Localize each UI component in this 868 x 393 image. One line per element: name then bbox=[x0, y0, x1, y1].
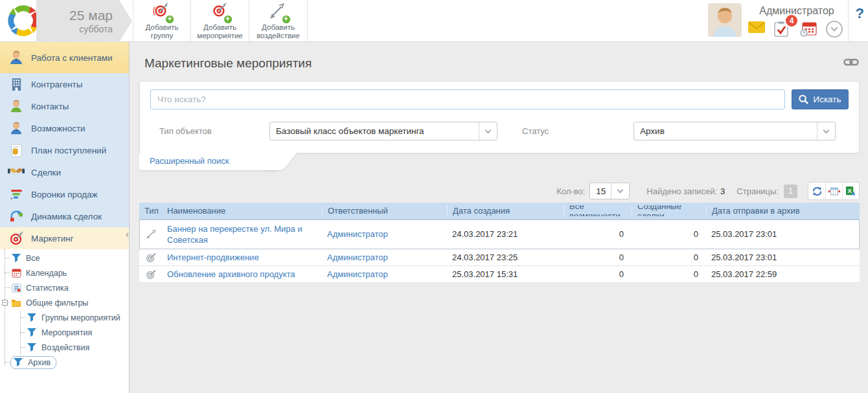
search-button-label: Искать bbox=[813, 95, 841, 104]
filter-funnel-icon bbox=[12, 357, 24, 368]
link-chain-icon[interactable] bbox=[843, 58, 859, 69]
tree-item-calendar[interactable]: Календарь bbox=[0, 265, 129, 280]
status-select[interactable]: Архив bbox=[634, 122, 836, 140]
tree-item-event-groups[interactable]: Группы мероприятий bbox=[0, 310, 129, 325]
column-header-created[interactable]: Дата создания bbox=[447, 205, 564, 216]
list-controls: Кол-во: 15 Найдено записей: 3 Страницы: … bbox=[556, 182, 860, 200]
tree-item-statistics[interactable]: Статистика bbox=[0, 280, 129, 295]
row-created-date: 24.03.2017 23:25 bbox=[447, 253, 564, 262]
row-opportunities-count: 0 bbox=[564, 229, 632, 239]
row-owner-link[interactable]: Администратор bbox=[327, 269, 388, 279]
tree-item-impacts[interactable]: Воздействия bbox=[0, 340, 129, 355]
sidebar-item-deal-dynamics[interactable]: Динамика сделок bbox=[0, 205, 129, 227]
advanced-search-tab[interactable]: Расширенный поиск bbox=[139, 153, 279, 170]
tasks-icon[interactable]: 4 bbox=[774, 21, 792, 37]
target-plus-icon: + bbox=[152, 3, 172, 22]
row-name-link[interactable]: Баннер на перекрестке ул. Мира и Советск… bbox=[167, 224, 303, 245]
sidebar-item-label: Контакты bbox=[31, 102, 69, 111]
tree-item-label: Все bbox=[26, 254, 40, 263]
app-logo-icon[interactable] bbox=[6, 4, 40, 38]
sidebar-item-payment-plan[interactable]: План поступлений bbox=[0, 139, 129, 161]
column-header-owner[interactable]: Ответственный bbox=[322, 205, 447, 216]
tree-item-label: Группы мероприятий bbox=[41, 313, 120, 322]
search-button[interactable]: Искать bbox=[792, 89, 849, 109]
user-menu-chevron-icon[interactable] bbox=[826, 21, 843, 38]
sidebar-collapse-icon[interactable]: ‹ bbox=[126, 229, 129, 240]
advanced-search-link[interactable]: Расширенный поиск bbox=[150, 156, 229, 166]
sidebar-item-label: Сделки bbox=[31, 168, 61, 177]
add-impact-button[interactable]: + Добавить воздействие bbox=[249, 0, 308, 41]
sidebar-item-marketing[interactable]: Маркетинг bbox=[0, 227, 129, 249]
tree-item-archive[interactable]: Архив bbox=[0, 355, 129, 370]
column-header-archived[interactable]: Дата отправки в архив bbox=[706, 205, 860, 216]
column-settings-icon[interactable] bbox=[825, 183, 842, 199]
table-row[interactable]: Баннер на перекрестке ул. Мира и Советск… bbox=[139, 219, 860, 249]
funnel-bars-icon bbox=[8, 186, 25, 202]
row-name-link[interactable]: Обновление архивного продукта bbox=[167, 269, 295, 279]
search-input[interactable] bbox=[150, 89, 785, 109]
user-area: Администратор 4 bbox=[708, 0, 845, 42]
tree-collapse-toggle[interactable]: − bbox=[2, 300, 8, 306]
document-coins-icon bbox=[8, 142, 25, 158]
filter-funnel-icon bbox=[26, 313, 38, 323]
plus-badge-icon: + bbox=[282, 15, 291, 24]
column-header-opportunities[interactable]: Все возможности bbox=[564, 205, 632, 216]
tree-item-all[interactable]: Все bbox=[0, 251, 129, 265]
page-size-select[interactable]: 15 bbox=[589, 183, 630, 199]
object-type-value: Базовый класс объектов маркетинга bbox=[270, 126, 479, 136]
tree-item-common-filters[interactable]: − Общие фильтры bbox=[0, 295, 129, 310]
tree-item-label: Календарь bbox=[26, 269, 67, 278]
sidebar-item-sales-funnels[interactable]: Воронки продаж bbox=[0, 183, 129, 205]
statistics-icon bbox=[10, 283, 22, 293]
user-name[interactable]: Администратор bbox=[748, 5, 845, 17]
date-day: 25 мар bbox=[69, 8, 113, 23]
column-header-name[interactable]: Наименование bbox=[162, 205, 322, 216]
quick-add-toolbar: + Добавить группу + Добавить мероприятие bbox=[133, 0, 308, 41]
results-table: Тип Наименование Ответственный Дата созд… bbox=[139, 203, 860, 283]
sidebar-item-label: Динамика сделок bbox=[31, 212, 102, 221]
archive-selected-node[interactable]: Архив bbox=[10, 356, 56, 369]
sidebar-item-contacts[interactable]: Контакты bbox=[0, 95, 129, 117]
search-icon bbox=[799, 95, 808, 104]
sidebar-item-label: Работа с клиентами bbox=[31, 53, 113, 63]
table-row[interactable]: Обновление архивного продукта Администра… bbox=[139, 266, 860, 283]
task-count-badge: 4 bbox=[784, 14, 799, 28]
row-owner-link[interactable]: Администратор bbox=[327, 253, 388, 262]
excel-export-icon[interactable]: X bbox=[842, 183, 859, 199]
calendar-clock-icon[interactable] bbox=[800, 21, 818, 37]
mail-icon[interactable] bbox=[748, 21, 766, 37]
add-event-button[interactable]: + Добавить мероприятие bbox=[191, 0, 249, 41]
table-row[interactable]: Интернет-продвижение Администратор 24.03… bbox=[139, 249, 860, 266]
found-label: Найдено записей: bbox=[646, 186, 717, 196]
row-name-link[interactable]: Интернет-продвижение bbox=[167, 253, 259, 262]
row-owner-link[interactable]: Администратор bbox=[327, 229, 388, 239]
pages-label: Страницы: bbox=[737, 186, 779, 196]
date-weekday: суббота bbox=[79, 23, 113, 35]
sidebar-item-opportunities[interactable]: Возможности bbox=[0, 117, 129, 139]
object-type-select[interactable]: Базовый класс объектов маркетинга bbox=[269, 122, 497, 140]
column-header-deals[interactable]: Созданные сделки bbox=[632, 205, 706, 216]
user-avatar[interactable] bbox=[708, 3, 742, 37]
dynamics-arrows-icon bbox=[8, 208, 25, 224]
sidebar-item-counterparties[interactable]: Контрагенты bbox=[0, 73, 129, 95]
tree-item-label: Мероприятия bbox=[41, 328, 92, 337]
current-date: 25 мар суббота bbox=[36, 0, 132, 42]
row-deals-count: 0 bbox=[632, 229, 706, 239]
sidebar: Работа с клиентами Контрагенты Контакты … bbox=[0, 42, 130, 393]
row-opportunities-count: 0 bbox=[564, 253, 632, 262]
add-group-button[interactable]: + Добавить группу bbox=[133, 0, 191, 41]
column-header-type[interactable]: Тип bbox=[139, 205, 162, 216]
tree-item-events[interactable]: Мероприятия bbox=[0, 325, 129, 340]
page-number-button[interactable]: 1 bbox=[784, 185, 797, 198]
opportunity-person-icon bbox=[8, 120, 25, 136]
refresh-icon[interactable] bbox=[808, 183, 825, 199]
page-title: Маркетинговые мероприятия bbox=[144, 56, 312, 71]
chevron-down-icon bbox=[479, 122, 497, 140]
row-created-date: 24.03.2017 23:21 bbox=[447, 229, 564, 239]
top-bar: 25 мар суббота + Добавить группу bbox=[0, 0, 868, 42]
sidebar-item-work-with-clients[interactable]: Работа с клиентами bbox=[0, 42, 129, 73]
client-person-icon bbox=[8, 50, 25, 65]
tree-item-label: Воздействия bbox=[41, 343, 89, 352]
help-button[interactable]: ? bbox=[856, 5, 864, 22]
sidebar-item-deals[interactable]: Сделки bbox=[0, 161, 129, 183]
